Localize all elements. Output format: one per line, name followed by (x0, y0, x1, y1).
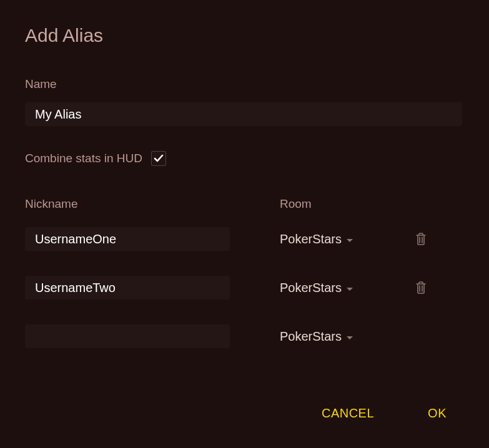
caret-down-icon (347, 288, 353, 291)
room-column-label: Room (280, 197, 312, 210)
check-icon (154, 153, 164, 163)
cancel-button[interactable]: CANCEL (317, 404, 379, 423)
alias-row: PokerStars (25, 226, 464, 251)
room-dropdown[interactable]: PokerStars (280, 232, 415, 246)
combine-stats-row: Combine stats in HUD (25, 151, 464, 166)
columns-header: Nickname Room (25, 197, 464, 211)
combine-stats-label: Combine stats in HUD (25, 152, 142, 165)
caret-down-icon (347, 239, 353, 242)
nickname-input[interactable] (25, 227, 230, 251)
room-value: PokerStars (280, 281, 342, 295)
combine-stats-checkbox[interactable] (151, 151, 166, 166)
ok-button[interactable]: OK (423, 404, 452, 423)
room-value: PokerStars (280, 329, 342, 344)
nickname-input[interactable] (25, 276, 230, 299)
nickname-input[interactable] (25, 324, 230, 348)
room-value: PokerStars (280, 232, 342, 246)
alias-row: PokerStars (25, 275, 464, 300)
trash-icon[interactable] (415, 281, 427, 295)
room-dropdown[interactable]: PokerStars (280, 281, 415, 295)
add-alias-dialog: Add Alias Name Combine stats in HUD Nick… (0, 0, 489, 448)
name-input[interactable] (25, 102, 462, 126)
dialog-title: Add Alias (25, 25, 464, 46)
name-label: Name (25, 77, 464, 91)
room-dropdown[interactable]: PokerStars (280, 329, 415, 344)
caret-down-icon (347, 336, 353, 339)
nickname-column-label: Nickname (25, 197, 77, 210)
alias-row: PokerStars (25, 324, 464, 349)
trash-icon[interactable] (415, 232, 427, 246)
dialog-actions: CANCEL OK (25, 404, 464, 423)
